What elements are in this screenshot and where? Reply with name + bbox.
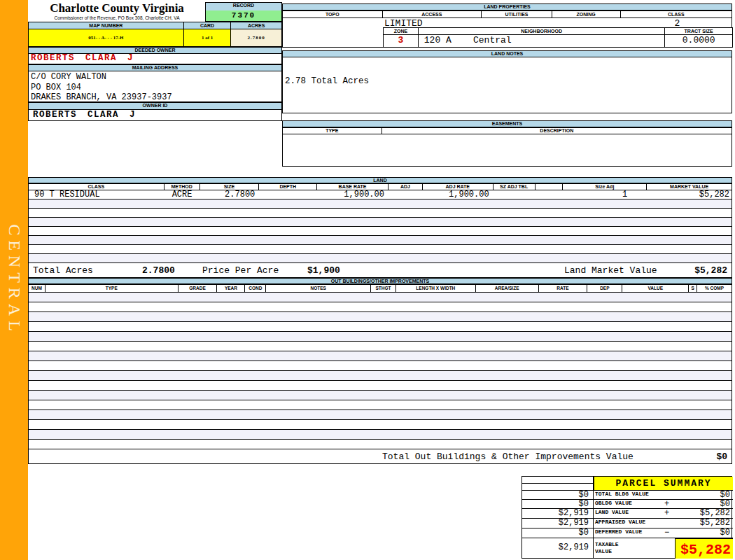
land-notes-box: 2.78 Total Acres	[282, 57, 732, 113]
land-properties-label: LAND PROPERTIES	[282, 4, 732, 10]
empty-table-row	[29, 236, 732, 245]
land-col-adj: ADJ	[388, 184, 423, 190]
ob-col-s: S	[689, 285, 697, 292]
summary-value-obldg: $0	[675, 500, 733, 509]
zone-value: 3	[384, 35, 419, 47]
land-row-size-adj: 1	[563, 190, 647, 199]
district-name: CENTRAL	[5, 224, 24, 336]
card-label: CARD	[184, 22, 232, 29]
empty-table-row	[29, 293, 732, 302]
land-row-sz-adj-tbl	[493, 190, 536, 199]
empty-table-row	[29, 227, 732, 236]
land-col-adj-rate: ADJ RATE	[423, 184, 493, 190]
property-record-card: CENTRAL Charlotte County Virginia Commis…	[0, 0, 735, 560]
land-table-header-row: CLASS METHOD SIZE DEPTH BASE RATE ADJ AD…	[28, 183, 732, 190]
out-buildings-empty-rows	[28, 293, 732, 449]
zone-header-row: ZONE NEIGHBORHOOD TRACT SIZE	[383, 27, 733, 35]
summary-blank-cell-1	[522, 477, 594, 484]
land-col-sz-adj-tbl: SZ ADJ TBL	[493, 184, 536, 190]
empty-table-row	[29, 410, 732, 420]
class-column-label: CLASS	[621, 11, 732, 18]
out-buildings-total-label: Total Out Buildings & Other Improvements…	[382, 451, 634, 462]
land-row-adj	[388, 190, 423, 199]
parcel-summary-title: PARCEL SUMMARY	[594, 477, 733, 491]
parcel-summary: PARCEL SUMMARY $0 TOTAL BLDG VALUE $0 $0…	[522, 476, 732, 559]
summary-value-land: $5,282	[675, 509, 733, 519]
ob-col-area-size: AREA/SIZE	[476, 285, 539, 292]
easement-type-label: TYPE	[283, 128, 382, 134]
land-notes-label: LAND NOTES	[282, 50, 732, 57]
land-col-size: SIZE	[200, 184, 260, 190]
easement-description-label: DESCRIPTION	[382, 128, 732, 134]
tract-size-label: TRACT SIZE	[665, 28, 732, 34]
land-row-blank	[536, 190, 564, 199]
empty-table-row	[29, 400, 732, 410]
land-row-base-rate: 1,900.00	[317, 190, 388, 199]
land-table-empty-rows	[28, 200, 732, 263]
map-number-label: MAP NUMBER	[29, 22, 184, 29]
empty-table-row	[29, 391, 732, 400]
ob-col-grade: GRADE	[178, 285, 218, 292]
county-header: Charlotte County Virginia Commissioner o…	[29, 1, 204, 20]
county-title: Charlotte County Virginia	[29, 1, 204, 15]
empty-table-row	[29, 332, 732, 342]
total-acres-value: 2.7800	[142, 265, 175, 276]
summary-blank-cell-2	[522, 484, 594, 491]
zoning-column-label: ZONING	[552, 11, 621, 18]
empty-table-row	[29, 302, 732, 312]
summary-op-appraised	[662, 519, 675, 528]
empty-table-row	[29, 322, 732, 332]
summary-prior-obldg: $0	[522, 500, 594, 509]
summary-value-deferred: $0	[675, 528, 733, 538]
land-col-market-value: MARKET VALUE	[647, 184, 732, 190]
land-col-class: CLASS	[29, 184, 164, 190]
empty-table-row	[29, 245, 732, 254]
utilities-column-label: UTILITIES	[482, 11, 552, 18]
zone-table: ZONE NEIGHBORHOOD TRACT SIZE 3 120 A Cen…	[383, 27, 733, 48]
empty-table-row	[29, 312, 732, 322]
ob-col-pct-comp: % COMP	[697, 285, 732, 292]
address-line-3: DRAKES BRANCH, VA 23937-3937	[31, 92, 281, 103]
ob-col-type: TYPE	[46, 285, 178, 292]
ob-col-num: NUM	[29, 285, 46, 292]
summary-prior-deferred: $0	[522, 528, 594, 538]
land-row-method: ACRE	[164, 190, 200, 199]
land-table-label: LAND	[28, 177, 732, 183]
ob-col-length-width: LENGTH X WIDTH	[396, 285, 476, 292]
owner-id-value: ROBERTS CLARA J	[28, 110, 282, 121]
ob-col-value: VALUE	[622, 285, 689, 292]
land-row-adj-rate: 1,900.00	[423, 190, 493, 199]
summary-label-taxable: TAXABLE VALUE	[594, 538, 636, 559]
summary-value-total-bldg: $0	[675, 491, 733, 500]
empty-table-row	[29, 200, 732, 209]
summary-prior-taxable: $2,919	[522, 538, 594, 559]
county-subtitle: Commissioner of the Revenue, PO Box 308,…	[29, 15, 204, 20]
out-buildings-total-value: $0	[716, 451, 727, 462]
total-acres-label: Total Acres	[33, 265, 93, 276]
acres-label: ACRES	[231, 22, 281, 29]
empty-table-row	[29, 381, 732, 391]
ob-col-cond: COND	[245, 285, 266, 292]
topo-column-label: TOPO	[283, 11, 383, 18]
ob-col-dep: DEP	[587, 285, 622, 292]
summary-label-land: LAND VALUE	[594, 509, 662, 519]
summary-label-appraised: APPRAISED VALUE	[594, 519, 662, 528]
easements-body	[282, 134, 732, 167]
land-table-row: 90 T RESIDUAL ACRE 2.7800 1,900.00 1,900…	[28, 190, 732, 200]
land-col-blank	[536, 184, 564, 190]
empty-table-row	[29, 209, 732, 218]
empty-table-row	[29, 361, 732, 371]
price-per-acre-value: $1,900	[307, 265, 340, 276]
summary-label-deferred: DEFERRED VALUE	[594, 528, 662, 538]
empty-table-row	[29, 254, 732, 263]
summary-op-obldg: +	[662, 500, 675, 509]
address-line-1: C/O CORY WALTON	[31, 72, 281, 83]
price-per-acre-label: Price Per Acre	[202, 265, 279, 276]
ob-col-notes: NOTES	[266, 285, 371, 292]
zone-value-row: 3 120 A Central 0.0000	[383, 35, 733, 48]
summary-label-total-bldg: TOTAL BLDG VALUE	[594, 491, 662, 500]
empty-table-row	[29, 420, 732, 430]
deeded-owner-value: ROBERTS CLARA J	[28, 54, 282, 64]
neighborhood-value: 120 A Central	[419, 35, 666, 47]
card-value: 1 of 1	[184, 29, 232, 46]
